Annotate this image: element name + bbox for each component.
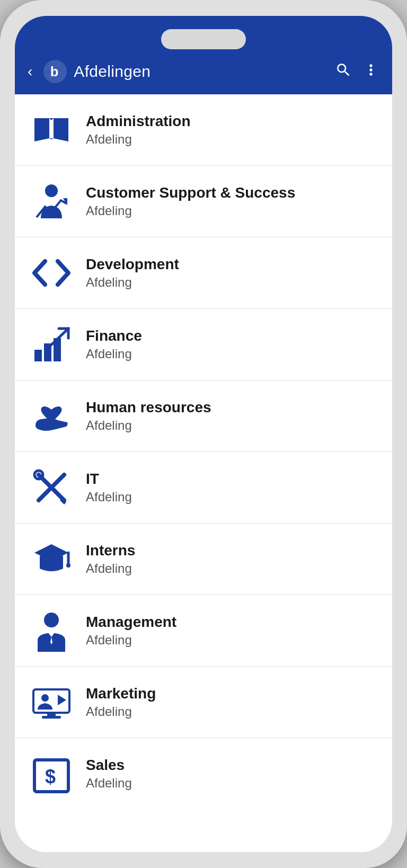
department-name: Development bbox=[86, 256, 179, 273]
list-item[interactable]: Human resources Afdeling bbox=[15, 380, 392, 452]
department-sub: Afdeling bbox=[86, 776, 132, 791]
department-name: Interns bbox=[86, 542, 135, 559]
department-name: Finance bbox=[86, 327, 142, 344]
customer-support-text: Customer Support & Success Afdeling bbox=[86, 184, 295, 218]
department-sub: Afdeling bbox=[86, 633, 176, 648]
list-item[interactable]: Development Afdeling bbox=[15, 237, 392, 309]
department-name: Marketing bbox=[86, 685, 156, 702]
list-item[interactable]: Management Afdeling bbox=[15, 595, 392, 667]
finance-text: Finance Afdeling bbox=[86, 327, 142, 361]
interns-icon bbox=[28, 535, 75, 583]
development-icon bbox=[28, 249, 75, 297]
phone-shell: ‹ b Afdelingen bbox=[0, 0, 407, 868]
back-button[interactable]: ‹ bbox=[23, 62, 37, 81]
development-text: Development Afdeling bbox=[86, 256, 179, 290]
interns-text: Interns Afdeling bbox=[86, 542, 135, 576]
administration-text: Administration Afdeling bbox=[86, 113, 191, 147]
department-list: Administration Afdeling Customer Su bbox=[15, 94, 392, 852]
it-icon bbox=[28, 464, 75, 511]
department-name: IT bbox=[86, 471, 132, 488]
list-item[interactable]: Interns Afdeling bbox=[15, 524, 392, 595]
notch-bar bbox=[15, 16, 392, 53]
svg-point-15 bbox=[44, 613, 59, 627]
management-icon bbox=[28, 607, 75, 654]
list-item[interactable]: Marketing Afdeling bbox=[15, 667, 392, 738]
svg-point-18 bbox=[41, 694, 49, 702]
finance-icon bbox=[28, 321, 75, 368]
department-name: Sales bbox=[86, 757, 132, 774]
svg-point-2 bbox=[45, 184, 58, 197]
svg-text:b: b bbox=[50, 64, 59, 79]
search-icon[interactable] bbox=[335, 61, 352, 82]
department-sub: Afdeling bbox=[86, 561, 135, 576]
hr-text: Human resources Afdeling bbox=[86, 399, 211, 433]
department-sub: Afdeling bbox=[86, 347, 142, 361]
department-name: Management bbox=[86, 614, 176, 631]
more-options-icon[interactable] bbox=[362, 61, 379, 82]
management-text: Management Afdeling bbox=[86, 614, 176, 648]
department-sub: Afdeling bbox=[86, 490, 132, 504]
list-item[interactable]: Customer Support & Success Afdeling bbox=[15, 166, 392, 237]
notch bbox=[161, 29, 246, 49]
department-name: Human resources bbox=[86, 399, 211, 416]
app-header: ‹ b Afdelingen bbox=[15, 53, 392, 94]
header-title: Afdelingen bbox=[74, 63, 329, 81]
sales-text: Sales Afdeling bbox=[86, 757, 132, 791]
marketing-text: Marketing Afdeling bbox=[86, 685, 156, 719]
list-item[interactable]: Administration Afdeling bbox=[15, 94, 392, 166]
svg-rect-21 bbox=[42, 716, 61, 719]
department-name: Customer Support & Success bbox=[86, 184, 295, 201]
department-sub: Afdeling bbox=[86, 132, 191, 147]
phone-inner: ‹ b Afdelingen bbox=[15, 16, 392, 852]
list-item[interactable]: $ Sales Afdeling bbox=[15, 738, 392, 809]
department-name: Administration bbox=[86, 113, 191, 130]
marketing-icon bbox=[28, 678, 75, 726]
sales-icon: $ bbox=[28, 750, 75, 798]
department-sub: Afdeling bbox=[86, 704, 156, 719]
department-sub: Afdeling bbox=[86, 275, 179, 290]
department-sub: Afdeling bbox=[86, 203, 295, 218]
app-logo: b bbox=[43, 59, 67, 84]
svg-text:$: $ bbox=[45, 766, 56, 787]
administration-icon bbox=[28, 106, 75, 154]
list-item[interactable]: IT Afdeling bbox=[15, 452, 392, 524]
it-text: IT Afdeling bbox=[86, 471, 132, 504]
customer-support-icon bbox=[28, 178, 75, 225]
svg-point-14 bbox=[66, 563, 70, 568]
header-actions bbox=[335, 61, 379, 82]
list-item[interactable]: Finance Afdeling bbox=[15, 309, 392, 380]
department-sub: Afdeling bbox=[86, 418, 211, 433]
hr-icon bbox=[28, 392, 75, 440]
svg-rect-4 bbox=[34, 350, 42, 361]
svg-rect-20 bbox=[47, 713, 56, 716]
